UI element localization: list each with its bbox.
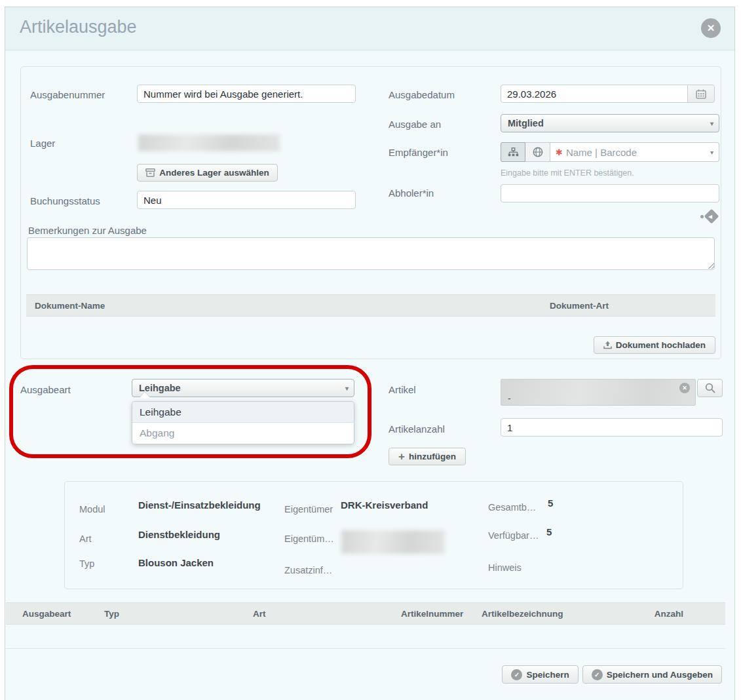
art-label: Art [79,534,92,544]
empfaenger-label: Empfänger*in [389,147,448,158]
dropdown-option-abgang[interactable]: Abgang [132,423,354,444]
dokument-name-header: Dokument-Name [35,301,105,311]
speichern-button[interactable]: ✓ Speichern [502,665,578,684]
lager-label: Lager [30,138,55,149]
bemerkungen-textarea[interactable] [27,237,715,270]
ausgabe-an-label: Ausgabe an [389,119,441,130]
dokument-hochladen-label: Dokument hochladen [616,340,706,350]
close-icon: ✕ [707,22,715,34]
import-action-button[interactable]: ◂ [700,208,720,227]
abholer-label: Abholer*in [389,187,434,199]
import-dot-icon [700,215,704,218]
import-arrow-icon: ◂ [708,212,712,221]
bemerkungen-label: Bemerkungen zur Ausgabe [28,225,147,236]
positions-table-header-row: Ausgabeart Typ Art Artikelnummer Artikel… [6,602,725,625]
check-glyph: ✓ [514,671,520,678]
hinzufuegen-label: hinzufügen [409,452,456,461]
warehouse-box-icon [145,168,155,177]
ausgabe-an-value: Mitglied [508,118,544,128]
ausgabenummer-label: Ausgabenummer [30,89,105,100]
empfaenger-placeholder: Name | Barcode [566,147,637,158]
ausgabeart-select[interactable]: Leihgabe ▾ [132,379,354,397]
ausgabeart-label: Ausgabeart [20,384,71,395]
dokumente-header-row: Dokument-Name Dokument-Art [26,294,715,317]
abholer-input[interactable] [501,184,719,203]
col-artikelbezeichnung: Artikelbezeichnung [482,609,563,619]
ausgabeart-dropdown-list: Leihgabe Abgang [132,401,354,444]
empfaenger-control: ✱ Name | Barcode ▾ [501,142,719,162]
empfaenger-hint: Eingabe bitte mit ENTER bestätigen. [501,168,634,178]
hinzufuegen-button[interactable]: + hinzufügen [389,448,466,465]
dropdown-option-leihgabe[interactable]: Leihgabe [132,402,354,423]
eigentuemer-label: Eigentümer [284,504,333,515]
plus-icon: + [398,451,405,462]
close-button[interactable]: ✕ [701,18,721,38]
check-circle-icon: ✓ [511,669,522,680]
typ-value: Blouson Jacken [138,557,214,568]
ausgabenummer-input[interactable] [137,85,356,103]
ausgabe-an-select[interactable]: Mitglied ▾ [501,114,719,132]
buchungsstatus-input[interactable] [137,191,356,209]
eigentuemer-value: DRK-Kreisverband [341,499,428,511]
col-art: Art [253,609,266,619]
globe-icon [533,147,543,157]
hierarchy-toggle-button[interactable] [501,142,525,162]
dialog-header: Artikelausgabe ✕ [5,7,734,50]
empfaenger-input[interactable]: ✱ Name | Barcode ▾ [550,142,719,162]
search-icon [705,383,715,393]
col-anzahl: Anzahl [655,609,683,619]
sitemap-icon [508,147,519,157]
hinweis-label: Hinweis [488,562,522,573]
check-circle-icon: ✓ [592,669,603,680]
speichern-und-ausgeben-button[interactable]: ✓ Speichern und Ausgeben [582,665,722,684]
upload-icon [603,341,612,349]
footer-actions: ✓ Speichern ✓ Speichern und Ausgeben [502,665,722,684]
clear-x-glyph: ✕ [682,385,687,391]
col-typ: Typ [104,609,119,619]
zusatzinfo-label: Zusatzinf… [284,565,332,575]
eigentuemer2-value-redacted [341,530,445,554]
eigentuemer2-label: Eigentüm… [284,534,334,544]
dropdown-notch [140,392,150,398]
speichern-label: Speichern [526,670,569,680]
globe-toggle-button[interactable] [525,142,550,162]
chevron-down-icon: ▾ [710,120,713,127]
anderes-lager-button[interactable]: Anderes Lager auswählen [137,164,278,182]
artikel-search-button[interactable] [697,379,723,397]
verfuegbar-value: 5 [546,526,552,537]
modul-value: Dienst-/Einsatzbekleidung [138,499,261,511]
calendar-button[interactable] [687,85,715,103]
art-value: Dienstbekleidung [138,529,220,540]
page-title: Artikelausgabe [20,17,137,37]
gesamtbestand-label: Gesamtb… [488,502,536,513]
gesamtbestand-value: 5 [548,497,553,509]
check-glyph: ✓ [594,671,599,678]
ausgabedatum-input[interactable] [501,85,688,103]
speichern-und-ausgeben-label: Speichern und Ausgeben [607,670,713,680]
clear-icon[interactable]: ✕ [679,383,690,393]
chevron-down-icon: ▾ [345,385,349,392]
calendar-icon [696,89,706,99]
verfuegbar-label: Verfügbar… [488,530,539,541]
anderes-lager-button-label: Anderes Lager auswählen [159,168,269,178]
artikelanzahl-label: Artikelanzahl [389,423,445,435]
artikel-picker: ✕ - [501,379,696,406]
artikelausgabe-dialog: Artikelausgabe ✕ Ausgabenummer Ausgabeda… [5,7,735,700]
col-artikelnummer: Artikelnummer [401,609,463,619]
col-ausgabeart: Ausgabeart [22,609,71,619]
required-asterisk-icon: ✱ [556,147,563,157]
modul-label: Modul [79,504,105,515]
buchungsstatus-label: Buchungsstatus [30,195,100,206]
ausgabedatum-label: Ausgabedatum [389,89,455,100]
dokument-hochladen-button[interactable]: Dokument hochladen [594,336,715,354]
chevron-down-icon: ▾ [710,149,713,156]
lager-value-redacted [138,134,280,151]
typ-label: Typ [79,558,94,569]
dokument-art-header: Dokument-Art [550,301,609,311]
artikel-label: Artikel [389,384,416,395]
artikel-value: - [508,393,511,404]
table-bottom-divider [6,648,725,649]
artikelanzahl-input[interactable] [501,418,723,437]
